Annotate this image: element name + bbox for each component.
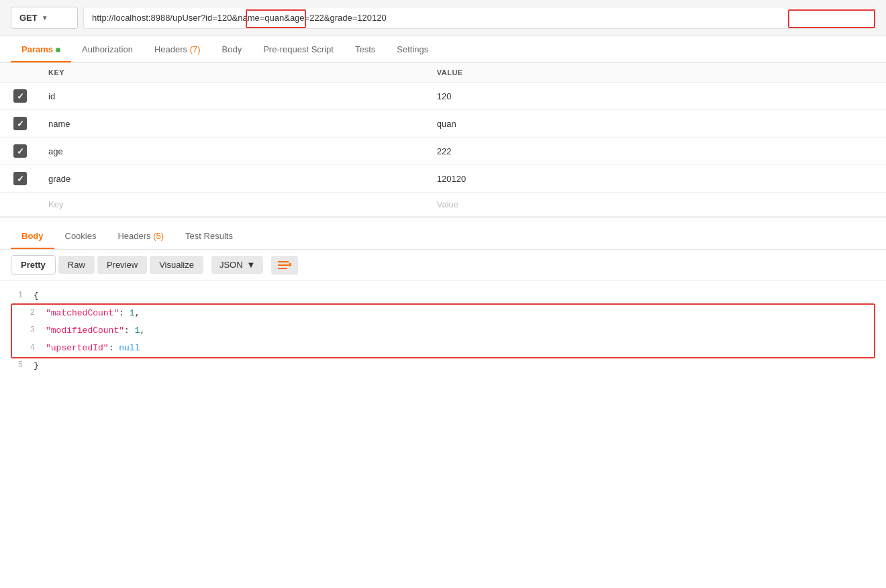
line-number: 2 (12, 306, 46, 320)
key-cell[interactable]: grade (40, 165, 429, 193)
params-table: KEY VALUE ✓ id 120 ✓ name quan ✓ age 222… (0, 63, 886, 217)
table-row: ✓ grade 120120 (0, 165, 886, 193)
tab-headers[interactable]: Headers (7) (144, 36, 211, 62)
response-toolbar: Pretty Raw Preview Visualize JSON ▼ (0, 250, 886, 281)
request-tabs: Params Authorization Headers (7) Body Pr… (0, 36, 886, 63)
method-select[interactable]: GET ▼ (11, 7, 78, 29)
line-number: 4 (12, 341, 46, 354)
tab-body[interactable]: Body (211, 36, 253, 62)
tab-pre-request-script[interactable]: Pre-request Script (252, 36, 344, 62)
checkbox[interactable]: ✓ (13, 117, 27, 130)
code-content: { (34, 289, 886, 303)
response-tab-cookies[interactable]: Cookies (54, 223, 107, 249)
value-cell[interactable]: 120120 (429, 165, 886, 193)
checkbox-col-header (0, 63, 40, 83)
line-number: 3 (12, 324, 46, 337)
key-cell[interactable]: age (40, 138, 429, 165)
json-highlight-region: 2 "matchedCount": 1, 3 "modifiedCount": … (0, 303, 886, 358)
value-cell[interactable]: quan (429, 110, 886, 138)
code-content: "upsertedId": null (46, 341, 874, 356)
table-row: ✓ age 222 (0, 138, 886, 165)
response-body: 1 { 2 "matchedCount": 1, 3 "modifiedCoun… (0, 281, 886, 381)
svg-rect-0 (278, 261, 289, 262)
tab-settings[interactable]: Settings (386, 36, 439, 62)
checkbox[interactable]: ✓ (13, 172, 27, 185)
json-format-select[interactable]: JSON ▼ (211, 256, 264, 274)
response-tabs: Body Cookies Headers (5) Test Results (0, 223, 886, 250)
chevron-down-icon: ▼ (247, 260, 256, 270)
tab-authorization[interactable]: Authorization (71, 36, 144, 62)
url-bar: GET ▼ (0, 0, 886, 36)
value-cell[interactable]: 222 (429, 138, 886, 165)
preview-btn[interactable]: Preview (97, 256, 147, 274)
key-cell[interactable]: id (40, 83, 429, 110)
json-highlight-box: 2 "matchedCount": 1, 3 "modifiedCount": … (11, 303, 875, 358)
line-number: 5 (0, 358, 34, 372)
checkbox[interactable]: ✓ (13, 89, 27, 103)
code-line-1: 1 { (0, 289, 886, 303)
response-tab-headers[interactable]: Headers (5) (107, 223, 175, 249)
visualize-btn[interactable]: Visualize (150, 256, 203, 274)
raw-btn[interactable]: Raw (58, 256, 95, 274)
table-row: ✓ id 120 (0, 83, 886, 110)
value-cell[interactable]: 120 (429, 83, 886, 110)
code-line-2: 2 "matchedCount": 1, (12, 305, 874, 322)
response-tab-body[interactable]: Body (11, 223, 54, 249)
table-row-empty: Key Value (0, 193, 886, 217)
url-input[interactable] (83, 7, 875, 29)
table-row: ✓ name quan (0, 110, 886, 138)
code-line-3: 3 "modifiedCount": 1, (12, 322, 874, 340)
wrap-icon (278, 260, 291, 271)
code-line-4: 4 "upsertedId": null (12, 340, 874, 357)
svg-rect-2 (278, 268, 287, 269)
value-col-header: VALUE (429, 63, 886, 83)
key-col-header: KEY (40, 63, 429, 83)
params-dot (56, 48, 60, 52)
method-label: GET (19, 13, 38, 23)
key-cell[interactable]: name (40, 110, 429, 138)
wrap-btn[interactable] (271, 256, 298, 275)
line-number: 1 (0, 289, 34, 302)
checkbox[interactable]: ✓ (13, 144, 27, 158)
code-content: "modifiedCount": 1, (46, 324, 874, 338)
tab-params[interactable]: Params (11, 36, 71, 62)
code-line-5: 5 } (0, 358, 886, 373)
code-content: "matchedCount": 1, (46, 306, 874, 321)
code-content: } (34, 358, 886, 373)
tab-tests[interactable]: Tests (344, 36, 386, 62)
pretty-btn[interactable]: Pretty (11, 255, 56, 275)
value-placeholder[interactable]: Value (429, 193, 886, 217)
key-placeholder[interactable]: Key (40, 193, 429, 217)
url-input-wrapper (83, 7, 875, 29)
chevron-down-icon: ▼ (42, 14, 48, 21)
section-divider (0, 217, 886, 217)
response-tab-test-results[interactable]: Test Results (175, 223, 244, 249)
